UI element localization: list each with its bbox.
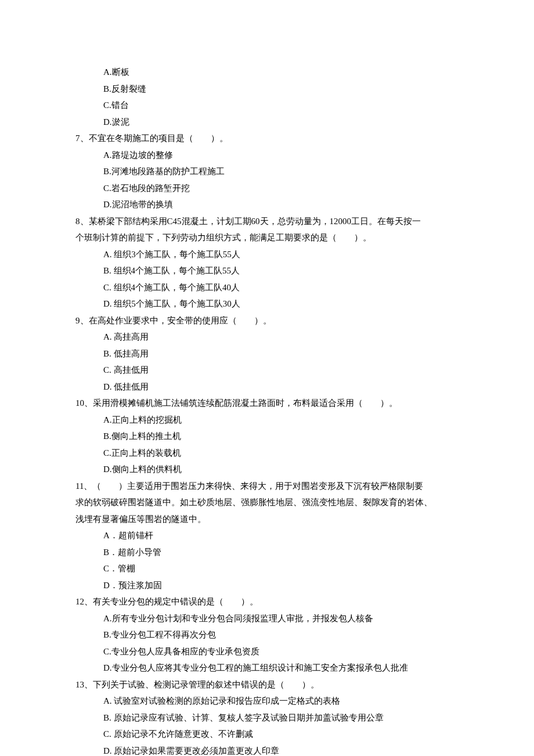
q10-text: 10、采用滑模摊铺机施工法铺筑连续配筋混凝土路面时，布料最适合采用（ ）。 [75,395,459,412]
q7-text: 7、不宜在冬期施工的项目是（ ）。 [75,130,459,147]
q9-option-c: C. 高挂低用 [103,362,459,379]
q10-option-c: C.正向上料的装载机 [103,445,459,462]
q7-option-d: D.泥沼地带的换填 [103,196,459,213]
q10-option-d: D.侧向上料的供料机 [103,461,459,478]
q8-option-d: D. 组织5个施工队，每个施工队30人 [103,296,459,312]
q9-option-d: D. 低挂低用 [103,379,459,395]
q7-option-c: C.岩石地段的路堑开挖 [103,180,459,197]
q8-text-2: 个班制计算的前提下，下列劳动力组织方式，能满足工期要求的是（ ）。 [75,229,459,246]
q7-option-b: B.河滩地段路基的防护工程施工 [103,163,459,180]
q11-option-d: D．预注浆加固 [103,577,459,594]
q13-option-c: C. 原始记录不允许随意更改、不许删减 [103,726,459,743]
q10-option-a: A.正向上料的挖掘机 [103,412,459,429]
q11-option-b: B．超前小导管 [103,544,459,561]
q11-option-c: C．管棚 [103,560,459,577]
question-7: 7、不宜在冬期施工的项目是（ ）。 A.路堤边坡的整修 B.河滩地段路基的防护工… [75,130,459,213]
question-13: 13、下列关于试验、检测记录管理的叙述中错误的是（ ）。 A. 试验室对试验检测… [75,676,459,757]
q13-option-b: B. 原始记录应有试验、计算、复核人签字及试验日期并加盖试验专用公章 [103,710,459,726]
q9-text: 9、在高处作业要求中，安全带的使用应（ ）。 [75,312,459,329]
q12-option-d: D.专业分包人应将其专业分包工程的施工组织设计和施工安全方案报承包人批准 [103,660,459,676]
q8-option-a: A. 组织3个施工队，每个施工队55人 [103,246,459,263]
q8-option-b: B. 组织4个施工队，每个施工队55人 [103,262,459,279]
q8-option-c: C. 组织4个施工队，每个施工队40人 [103,279,459,296]
q7-option-a: A.路堤边坡的整修 [103,147,459,164]
q11-text-1: 11、（ ）主要适用于围岩压力来得快、来得大，用于对围岩变形及下沉有较严格限制要 [75,478,459,495]
question-8: 8、某桥梁下部结构采用C45混凝土，计划工期60天，总劳动量为，12000工日。… [75,213,459,312]
q9-option-a: A. 高挂高用 [103,329,459,345]
q12-option-c: C.专业分包人应具备相应的专业承包资质 [103,643,459,660]
q10-option-b: B.侧向上料的推土机 [103,428,459,445]
q8-text-1: 8、某桥梁下部结构采用C45混凝土，计划工期60天，总劳动量为，12000工日。… [75,213,459,230]
question-10: 10、采用滑模摊铺机施工法铺筑连续配筋混凝土路面时，布料最适合采用（ ）。 A.… [75,395,459,478]
question-9: 9、在高处作业要求中，安全带的使用应（ ）。 A. 高挂高用 B. 低挂高用 C… [75,312,459,395]
q11-option-a: A．超前锚杆 [103,527,459,544]
q12-option-a: A.所有专业分包计划和专业分包合同须报监理人审批，并报发包人核备 [103,610,459,627]
q6-option-b: B.反射裂缝 [103,81,459,98]
q13-option-d: D. 原始记录如果需要更改必须加盖更改人印章 [103,743,459,757]
q12-text: 12、有关专业分包的规定中错误的是（ ）。 [75,593,459,610]
q6-option-d: D.淤泥 [103,114,459,131]
question-12: 12、有关专业分包的规定中错误的是（ ）。 A.所有专业分包计划和专业分包合同须… [75,593,459,676]
q13-option-a: A. 试验室对试验检测的原始记录和报告应印成一定格式的表格 [103,693,459,710]
q11-text-3: 浅埋有显著偏压等围岩的隧道中。 [75,511,459,528]
q9-option-b: B. 低挂高用 [103,345,459,362]
q12-option-b: B.专业分包工程不得再次分包 [103,627,459,643]
q6-option-c: C.错台 [103,97,459,114]
q11-text-2: 求的软弱破碎围岩隧道中。如土砂质地层、强膨胀性地层、强流变性地层、裂隙发育的岩体… [75,494,459,511]
q6-option-a: A.断板 [103,64,459,81]
question-11: 11、（ ）主要适用于围岩压力来得快、来得大，用于对围岩变形及下沉有较严格限制要… [75,478,459,594]
q13-text: 13、下列关于试验、检测记录管理的叙述中错误的是（ ）。 [75,676,459,693]
